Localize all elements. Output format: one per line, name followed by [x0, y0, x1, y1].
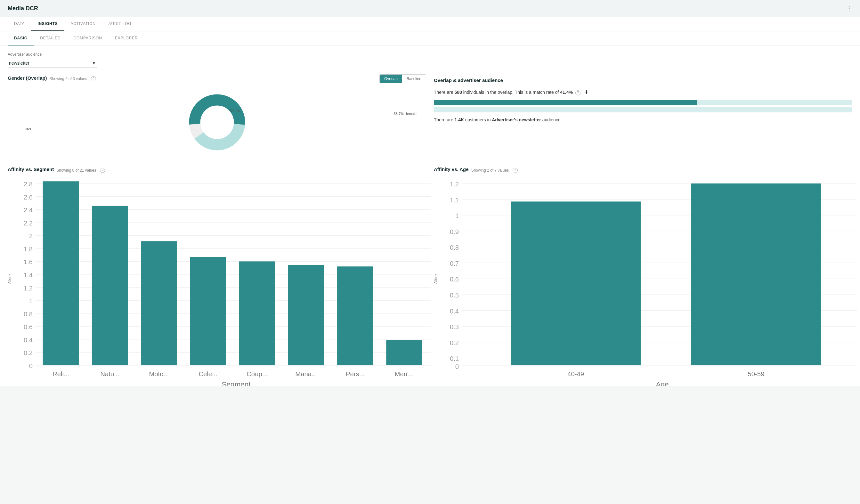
svg-text:0.3: 0.3 [450, 323, 459, 330]
svg-text:50-59: 50-59 [748, 371, 764, 377]
affinity-segment-title: Affinity vs. Segment [8, 167, 54, 172]
overlap-text: There are 580 individuals in the overlap… [434, 88, 852, 96]
toggle-overlap-btn[interactable]: Overlap [380, 75, 402, 83]
gender-chart-header: Gender (Overlap) Showing 2 of 3 values ?… [8, 74, 426, 83]
svg-text:0.2: 0.2 [450, 340, 459, 346]
svg-text:0.4: 0.4 [24, 336, 33, 344]
svg-text:0.5: 0.5 [450, 292, 459, 299]
top-row: Gender (Overlap) Showing 2 of 3 values ?… [8, 74, 852, 158]
svg-text:2.6: 2.6 [24, 194, 33, 201]
tab-insights[interactable]: INSIGHTS [31, 17, 64, 31]
bar-50-59 [691, 184, 821, 365]
dropdown-arrow-icon: ▼ [91, 60, 96, 66]
svg-text:0: 0 [29, 362, 33, 370]
gender-toggle-group: Overlap Baseline [379, 74, 426, 83]
sub-tab-explorer[interactable]: EXPLORER [109, 31, 144, 45]
gender-chart-title-group: Gender (Overlap) Showing 2 of 3 values ? [8, 75, 96, 83]
svg-text:1.2: 1.2 [24, 285, 33, 292]
bar-men [386, 340, 422, 365]
svg-text:1: 1 [455, 212, 459, 219]
svg-text:Pers...: Pers... [346, 371, 365, 377]
svg-text:1.6: 1.6 [24, 258, 33, 265]
sub-tab-detailed[interactable]: DETAILED [34, 31, 67, 45]
bar-natu [92, 206, 128, 365]
bar-pers [337, 267, 373, 365]
overlap-progress-outer [434, 100, 852, 105]
svg-text:0.8: 0.8 [450, 244, 459, 251]
sub-tabs: BASIC DETAILED COMPARISON EXPLORER [0, 31, 860, 46]
svg-text:0.4: 0.4 [450, 308, 459, 315]
svg-text:Natu...: Natu... [100, 371, 119, 377]
svg-text:Moto...: Moto... [149, 371, 169, 377]
bottom-charts-row: Affinity vs. Segment Showing 8 of 21 val… [8, 167, 852, 380]
tab-activation[interactable]: ACTIVATION [64, 17, 102, 31]
nav-tabs: DATA INSIGHTS ACTIVATION AUDIT LOG [0, 17, 860, 31]
svg-text:Reli...: Reli... [53, 371, 69, 377]
female-pct-label: 38.7% [394, 112, 404, 116]
svg-text:1.8: 1.8 [24, 246, 33, 253]
toggle-baseline-btn[interactable]: Baseline [402, 75, 426, 83]
male-pct-label: 53.2% [230, 108, 240, 113]
affinity-segment-svg: 2.8 2.6 2.4 2.2 2 1.8 1.6 1.4 1.2 1 0.8 … [13, 178, 431, 380]
overlap-customers: 1.4K [455, 117, 464, 122]
svg-text:0.1: 0.1 [450, 355, 459, 362]
svg-text:2: 2 [29, 232, 33, 240]
svg-text:1.2: 1.2 [450, 181, 459, 188]
affinity-age-panel: Affinity vs. Age Showing 2 of 7 values ?… [434, 167, 852, 380]
overlap-individuals: 580 [455, 90, 462, 95]
svg-text:2.2: 2.2 [24, 220, 33, 227]
gender-chart-title: Gender (Overlap) [8, 75, 47, 81]
overlap-title: Overlap & advertiser audience [434, 77, 852, 83]
audience-select[interactable]: newsletter ▼ [8, 59, 97, 68]
sub-tab-comparison[interactable]: COMPARISON [67, 31, 109, 45]
svg-text:0.6: 0.6 [24, 323, 33, 330]
gender-donut-chart [185, 90, 249, 154]
bar-moto [141, 241, 177, 365]
overlap-help-icon[interactable]: ? [575, 90, 580, 96]
affinity-age-subtitle: Showing 2 of 7 values [471, 168, 509, 173]
svg-text:Segment: Segment [222, 380, 251, 386]
affinity-age-header: Affinity vs. Age Showing 2 of 7 values ? [434, 167, 852, 174]
app-title: Media DCR [8, 5, 38, 12]
affinity-segment-y-label: Affinity [8, 274, 11, 284]
svg-text:1.1: 1.1 [450, 197, 459, 204]
overlap-progress-inner [434, 100, 697, 105]
bar-coup [239, 261, 275, 365]
bar-cele [190, 257, 226, 365]
affinity-segment-chart-container: Affinity 2.8 2.6 2.4 2.2 2 1.8 1.6 1.4 1… [8, 178, 426, 380]
tab-audit-log[interactable]: AUDIT LOG [102, 17, 138, 31]
bar-mana [288, 265, 324, 365]
affinity-age-title-group: Affinity vs. Age Showing 2 of 7 values ? [434, 167, 518, 174]
female-text-label: female [406, 112, 417, 116]
audience-value: newsletter [9, 60, 29, 66]
download-icon[interactable]: ⬇ [584, 89, 588, 95]
overlap-baseline-bar [434, 107, 852, 112]
sub-tab-basic[interactable]: BASIC [8, 31, 34, 45]
svg-text:0: 0 [455, 363, 459, 370]
gender-help-icon[interactable]: ? [91, 76, 96, 81]
svg-text:Age: Age [656, 380, 669, 386]
svg-text:Men'...: Men'... [395, 371, 414, 377]
overlap-match-rate: 41.4% [560, 90, 573, 95]
overlap-audience-name: Advertiser's newsletter [492, 117, 541, 122]
audience-label: Advertiser audience [8, 52, 852, 57]
affinity-age-title: Affinity vs. Age [434, 167, 469, 172]
svg-text:0.9: 0.9 [450, 228, 459, 235]
bar-40-49 [511, 201, 641, 365]
overlap-footer: There are 1.4K customers in Advertiser's… [434, 116, 852, 123]
affinity-segment-help-icon[interactable]: ? [100, 168, 105, 173]
menu-icon[interactable]: ⋮ [846, 4, 852, 12]
svg-text:0.6: 0.6 [450, 276, 459, 283]
female-label-group: 38.7% female [394, 112, 417, 116]
svg-text:2.4: 2.4 [24, 206, 33, 214]
affinity-segment-subtitle: Showing 8 of 21 values [56, 168, 96, 173]
tab-data[interactable]: DATA [8, 17, 31, 31]
svg-text:40-49: 40-49 [567, 371, 584, 377]
affinity-age-help-icon[interactable]: ? [513, 168, 518, 173]
gender-chart-subtitle: Showing 2 of 3 values [49, 76, 87, 81]
affinity-age-svg: 1.2 1.1 1 0.9 0.8 0.7 0.6 0.5 0.4 0.3 0.… [439, 178, 857, 380]
svg-text:1: 1 [29, 298, 33, 304]
app-header: Media DCR ⋮ [0, 0, 860, 17]
svg-text:0.8: 0.8 [24, 311, 33, 318]
affinity-segment-header: Affinity vs. Segment Showing 8 of 21 val… [8, 167, 426, 174]
